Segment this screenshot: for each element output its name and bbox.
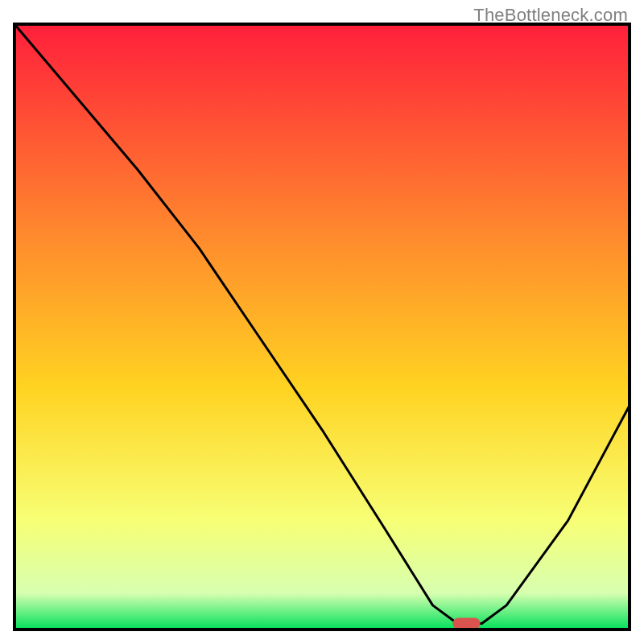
gradient-background (14, 24, 630, 630)
watermark-text: TheBottleneck.com (473, 5, 628, 26)
optimal-marker (453, 618, 481, 630)
bottleneck-chart (0, 0, 644, 644)
chart-container: TheBottleneck.com (0, 0, 644, 644)
